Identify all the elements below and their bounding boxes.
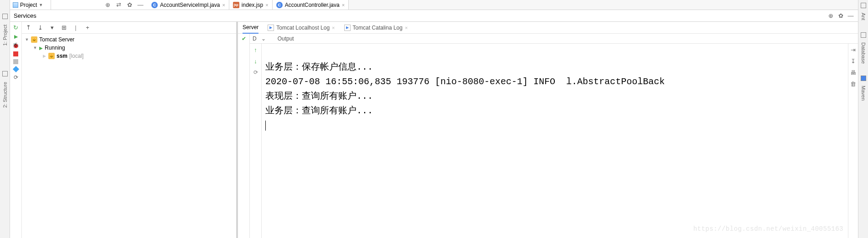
server-body: ✔ D ⌄ Output ↑ ↓ ⟳ bbox=[238, 34, 858, 238]
hide-icon[interactable]: — bbox=[847, 12, 854, 20]
refresh-icon[interactable]: ⟳ bbox=[253, 69, 258, 76]
gear-icon[interactable]: ✿ bbox=[126, 1, 133, 9]
expand-up-icon[interactable]: ⤒ bbox=[25, 24, 32, 31]
clear-icon[interactable]: 🗑 bbox=[850, 81, 856, 87]
console-right-column: ⇥ ↧ 🖶 🗑 bbox=[848, 44, 858, 238]
right-tool-gutter: Ant Database Maven bbox=[858, 0, 868, 238]
editor-tabs: C AccountServiceImpl.java × jsp index.js… bbox=[148, 0, 858, 10]
node-label: Running bbox=[45, 45, 65, 51]
tab-tomcat-localhost-log[interactable]: ▶ Tomcat Localhost Log × bbox=[268, 22, 335, 33]
project-icon bbox=[13, 2, 18, 8]
locate-icon[interactable]: ⊕ bbox=[104, 1, 111, 9]
log-icon: ▶ bbox=[344, 25, 351, 31]
tab-label: Server bbox=[243, 24, 258, 30]
deploy-icon[interactable] bbox=[12, 66, 19, 72]
console-line: 业务层：保存帐户信息... bbox=[265, 62, 373, 72]
ant-tool-tab[interactable]: Ant bbox=[861, 11, 866, 22]
hide-icon[interactable]: — bbox=[137, 1, 144, 9]
services-title: Services bbox=[14, 12, 36, 19]
server-tabs: Server ▶ Tomcat Localhost Log × ▶ Tomcat… bbox=[238, 22, 858, 34]
tree-row-running[interactable]: ▼ ▶ Running bbox=[22, 44, 236, 52]
close-icon[interactable]: × bbox=[265, 2, 268, 8]
console-wrap: ↑ ↓ ⟳ 业务层：保存帐户信息... 2020-07-08 16:55:06,… bbox=[250, 44, 858, 238]
locate-icon[interactable]: ⊕ bbox=[827, 12, 834, 20]
tree-row-ssm-app[interactable]: ▶ 🐱 ssm [local] bbox=[22, 52, 236, 60]
services-toolbar: ⤒ ⤓ ▾ ⊞ | + bbox=[22, 22, 236, 34]
console-icon-column: ↑ ↓ ⟳ bbox=[250, 44, 262, 238]
output-header: D ⌄ Output bbox=[250, 34, 858, 44]
editor-tab-account-service[interactable]: C AccountServiceImpl.java × bbox=[148, 0, 229, 10]
project-dropdown[interactable]: Project ▼ bbox=[10, 0, 51, 10]
up-arrow-icon[interactable]: ↑ bbox=[254, 46, 257, 53]
maven-tool-tab[interactable]: Maven bbox=[861, 84, 866, 102]
services-run-column: ↻ ▶ 🐞 ⟳ bbox=[10, 22, 22, 238]
soft-wrap-icon[interactable]: ⇥ bbox=[851, 46, 856, 53]
services-panel: ↻ ▶ 🐞 ⟳ ⤒ ⤓ ▾ ⊞ | + ▼ bbox=[10, 22, 238, 238]
project-tool-tab[interactable]: 1: Project bbox=[2, 23, 8, 47]
scroll-end-icon[interactable]: ↧ bbox=[851, 58, 856, 65]
close-icon[interactable]: × bbox=[342, 2, 345, 8]
rerun-icon[interactable]: ↻ bbox=[12, 24, 20, 31]
chevron-down-icon[interactable]: ⌄ bbox=[261, 35, 266, 42]
java-class-icon: C bbox=[151, 2, 158, 8]
filter-icon[interactable]: ▾ bbox=[48, 24, 56, 31]
close-icon[interactable]: × bbox=[332, 25, 335, 30]
maven-tool-icon[interactable] bbox=[861, 76, 866, 81]
debug-label: D bbox=[253, 35, 257, 42]
services-body: ↻ ▶ 🐞 ⟳ ⤒ ⤓ ▾ ⊞ | + ▼ bbox=[10, 22, 858, 238]
log-icon: ▶ bbox=[268, 25, 274, 31]
close-icon[interactable]: × bbox=[222, 2, 225, 8]
divider: | bbox=[72, 24, 79, 31]
stop-icon[interactable] bbox=[13, 51, 18, 56]
editor-tab-index-jsp[interactable]: jsp index.jsp × bbox=[229, 0, 273, 10]
main-area: Project ▼ ⊕ ⇄ ✿ — C AccountServiceImpl.j… bbox=[10, 0, 858, 238]
gear-icon[interactable]: ✿ bbox=[837, 12, 844, 20]
add-icon[interactable]: + bbox=[84, 24, 91, 31]
tab-tomcat-catalina-log[interactable]: ▶ Tomcat Catalina Log × bbox=[344, 22, 408, 33]
jsp-icon: jsp bbox=[233, 2, 239, 8]
tab-label: AccountServiceImpl.java bbox=[160, 2, 220, 8]
close-icon[interactable]: × bbox=[405, 25, 408, 30]
refresh-icon[interactable]: ⟳ bbox=[14, 74, 18, 81]
down-arrow-icon[interactable]: ↓ bbox=[254, 58, 257, 65]
collapse-icon[interactable]: ▼ bbox=[33, 46, 37, 50]
structure-tool-tab[interactable]: 2: Structure bbox=[2, 80, 8, 110]
success-icon: ✔ bbox=[242, 35, 246, 42]
database-tool-icon[interactable] bbox=[861, 32, 866, 38]
editor-tab-account-controller[interactable]: C AccountController.java × bbox=[273, 0, 349, 10]
console-line: 业务层：查询所有账户... bbox=[265, 106, 373, 116]
console-line: 2020-07-08 16:55:06,835 193776 [nio-8080… bbox=[265, 76, 665, 87]
console-output[interactable]: 业务层：保存帐户信息... 2020-07-08 16:55:06,835 19… bbox=[262, 44, 848, 238]
left-tool-gutter: 1: Project 2: Structure bbox=[0, 0, 10, 238]
services-header: Services ⊕ ✿ — bbox=[10, 10, 858, 22]
expand-icon[interactable]: ▶ bbox=[42, 54, 46, 58]
project-toolbar: ⊕ ⇄ ✿ — bbox=[51, 0, 148, 10]
output-label: Output bbox=[278, 35, 294, 42]
server-output-panel: Server ▶ Tomcat Localhost Log × ▶ Tomcat… bbox=[238, 22, 858, 238]
run-icon[interactable]: ▶ bbox=[14, 34, 18, 40]
layout-icon[interactable]: ⊞ bbox=[60, 24, 67, 31]
stop-disabled-icon bbox=[13, 59, 18, 64]
app-name: ssm bbox=[57, 53, 67, 59]
watermark: https://blog.csdn.net/weixin_40055163 bbox=[693, 222, 843, 236]
output-status-column: ✔ bbox=[238, 34, 250, 238]
services-tree[interactable]: ▼ 🐱 Tomcat Server ▼ ▶ Running ▶ 🐱 ssm [l… bbox=[22, 34, 236, 238]
console-line: 表现层：查询所有账户... bbox=[265, 91, 373, 101]
tab-label: index.jsp bbox=[242, 2, 263, 8]
expand-down-icon[interactable]: ⤓ bbox=[36, 24, 44, 31]
tab-server[interactable]: Server bbox=[243, 22, 258, 34]
project-tool-icon[interactable] bbox=[2, 14, 8, 19]
print-icon[interactable]: 🖶 bbox=[850, 69, 856, 76]
tomcat-icon: 🐱 bbox=[48, 53, 55, 59]
collapse-icon[interactable]: ▼ bbox=[25, 37, 29, 42]
tab-label: Tomcat Catalina Log bbox=[353, 25, 403, 31]
tree-row-tomcat-server[interactable]: ▼ 🐱 Tomcat Server bbox=[22, 35, 236, 44]
expand-icon[interactable]: ⇄ bbox=[115, 1, 122, 9]
node-label: Tomcat Server bbox=[39, 36, 74, 43]
project-label: Project bbox=[20, 2, 37, 8]
structure-tool-icon[interactable] bbox=[2, 71, 8, 76]
app-scope: [local] bbox=[69, 53, 83, 59]
database-tool-tab[interactable]: Database bbox=[861, 41, 866, 66]
ant-tool-icon[interactable] bbox=[861, 3, 866, 8]
debug-icon[interactable]: 🐞 bbox=[12, 42, 19, 49]
